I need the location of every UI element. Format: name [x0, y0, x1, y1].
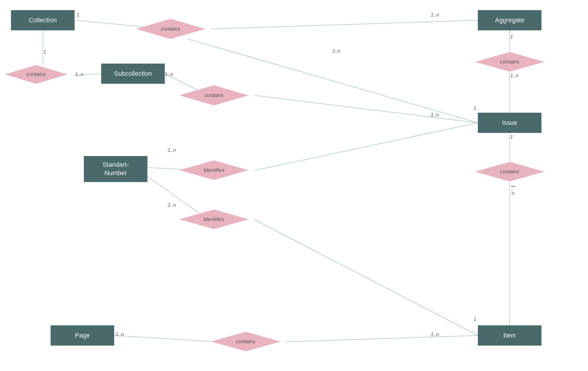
entity-item: Item — [478, 325, 541, 346]
entity-collection: Collection — [11, 10, 75, 30]
card-collection-top: 1 — [77, 12, 79, 18]
diamond-contains-left: contains — [10, 65, 62, 84]
diamond-contains-issue: contains — [481, 162, 539, 181]
svg-line-15 — [114, 335, 217, 342]
card-collection-left: 1 — [43, 49, 46, 55]
entity-page: Page — [51, 325, 114, 346]
diamond-identifies-1: Identifies — [185, 160, 243, 180]
card-item-from-issue: 1..n — [510, 185, 516, 195]
card-issue-from-sub: 1..n — [431, 112, 439, 118]
card-issue-top: 1 — [474, 105, 476, 111]
diamond-contains-sub: contains — [185, 85, 243, 105]
diamond-identifies-2: Identifies — [185, 209, 243, 229]
card-aggregate-contains-top: 1 — [510, 34, 513, 40]
diamond-contains-top: contains — [142, 19, 199, 39]
card-contains-top-issue: 1..n — [332, 49, 340, 54]
entity-standart-number: Standart-Number — [84, 156, 147, 182]
diamond-contains-aggregate: contains — [481, 52, 539, 72]
card-aggregate-contains-bot: 1..n — [510, 73, 518, 79]
card-aggregate-top: 1..n — [431, 12, 439, 18]
card-standart-identifies2: 1..n — [168, 202, 176, 208]
card-issue-contains-top: 1 — [510, 134, 513, 140]
card-item-top: 1 — [474, 316, 476, 322]
er-diagram: Collection Aggregate Subcollection Issue… — [0, 0, 588, 371]
svg-line-16 — [286, 335, 478, 342]
card-standart-identifies1: 1..n — [168, 147, 176, 153]
svg-line-1 — [211, 20, 478, 29]
card-page-contains: 1..n — [116, 332, 124, 337]
entity-subcollection: Subcollection — [101, 64, 165, 84]
diamond-contains-page: contains — [217, 332, 275, 351]
svg-line-6 — [254, 95, 478, 123]
card-subcollection-sub: 1..n — [165, 72, 173, 77]
svg-line-14 — [254, 220, 478, 335]
entity-aggregate: Aggregate — [478, 10, 541, 30]
card-item-from-page: 1..n — [431, 332, 439, 337]
card-subcollection-left: 1..n — [75, 72, 83, 77]
entity-issue: Issue — [478, 113, 541, 133]
svg-line-12 — [254, 123, 478, 170]
